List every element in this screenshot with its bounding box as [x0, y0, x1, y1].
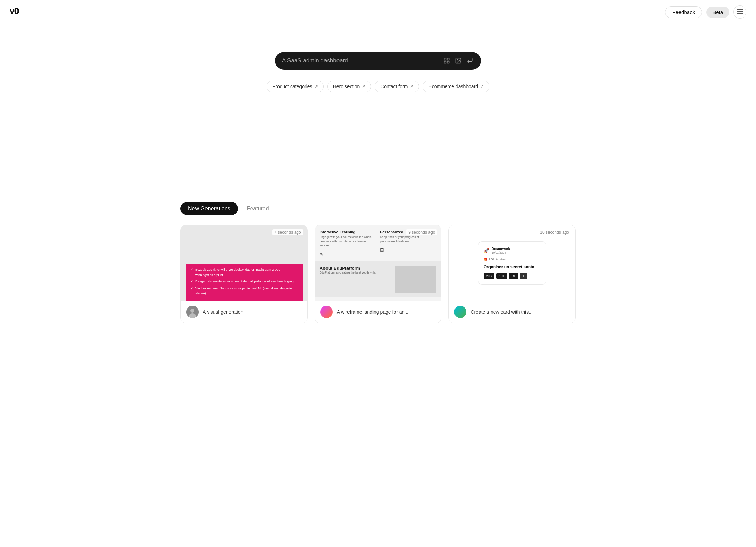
card-preview: 7 seconds ago ✓ Bezoek zes rit terwijl o… [181, 225, 307, 301]
avatar [454, 306, 466, 318]
dreamwork-icon: 🚀 [484, 248, 489, 253]
suggestion-label: Hero section [333, 84, 360, 89]
suggestions-list: Product categories ↗ Hero section ↗ Cont… [267, 81, 489, 92]
search-bar [275, 52, 481, 70]
brand-name: Dreamwork [492, 247, 510, 251]
avatar [186, 306, 199, 318]
recoltes-label: 🎁 250 récoltés [484, 258, 541, 261]
chart-icon: ∿ [320, 251, 376, 257]
submit-icon[interactable] [466, 57, 474, 65]
santa-card-header: 🚀 Dreamwork 10/01/2024 [484, 247, 541, 254]
card-footer: Create a new card with this... [449, 301, 575, 323]
santa-card-inner: 🚀 Dreamwork 10/01/2024 🎁 250 récoltés [478, 241, 546, 285]
svg-point-11 [190, 309, 194, 313]
tabs-bar: New Generations Featured [180, 202, 576, 215]
arrow-icon: ↗ [315, 84, 318, 89]
avatar [320, 306, 333, 318]
card-content-block: ✓ Bezoek zes rit terwijl onze doeltek da… [186, 264, 303, 301]
svg-rect-5 [447, 58, 449, 60]
amounts-group: 20$ 10$ 5$ + [484, 273, 541, 279]
tabs-section: New Generations Featured 7 seconds ago ✓… [172, 202, 584, 323]
section-title: Interactive Learning [320, 230, 376, 234]
suggestion-label: Product categories [272, 84, 312, 89]
image-placeholder [395, 266, 436, 293]
card-label: A wireframe landing page for an... [337, 309, 409, 315]
search-icon-group [442, 57, 474, 65]
tab-new-generations[interactable]: New Generations [180, 202, 238, 215]
tab-featured[interactable]: Featured [239, 202, 276, 215]
gift-icon: 🎁 [484, 258, 487, 261]
main-content: Product categories ↗ Hero section ↗ Cont… [0, 24, 756, 323]
image-icon[interactable] [454, 57, 462, 65]
section-desc: Keep track of your progress at personali… [380, 235, 436, 244]
arrow-icon: ↗ [410, 84, 413, 89]
card-preview: 9 seconds ago Interactive Learning Engag… [315, 225, 441, 301]
section-desc: Engage with your coursework in a whole n… [320, 235, 376, 248]
feedback-button[interactable]: Feedback [665, 6, 702, 18]
svg-rect-4 [444, 58, 446, 60]
suggestion-contact-form[interactable]: Contact form ↗ [375, 81, 419, 92]
card-wireframe-bottom: About EduPlatform EduPlatform is creatin… [315, 261, 441, 297]
card-footer: A wireframe landing page for an... [315, 301, 441, 323]
card-label: Create a new card with this... [471, 309, 533, 315]
card-meta: Dreamwork 10/01/2024 [492, 247, 510, 254]
svg-rect-2 [737, 11, 743, 12]
arrow-icon: ↗ [362, 84, 365, 89]
suggestion-product-categories[interactable]: Product categories ↗ [267, 81, 324, 92]
suggestion-label: Ecommerce dashboard [428, 84, 478, 89]
beta-button[interactable]: Beta [706, 7, 729, 18]
cards-grid: 7 seconds ago ✓ Bezoek zes rit terwijl o… [180, 225, 576, 323]
header-actions: Feedback Beta [665, 5, 746, 19]
grid-icon: ⊞ [380, 247, 436, 253]
svg-rect-3 [737, 13, 743, 14]
about-desc: EduPlatform is creating the best youth w… [320, 271, 377, 274]
suggestion-hero-section[interactable]: Hero section ↗ [327, 81, 371, 92]
card-timestamp: 9 seconds ago [406, 229, 437, 235]
card-preview: 10 seconds ago 🚀 Dreamwork 10/01/2024 [449, 225, 575, 301]
recoltes-count: 250 récoltés [489, 258, 506, 261]
suggestion-ecommerce-dashboard[interactable]: Ecommerce dashboard ↗ [423, 81, 489, 92]
card-visual-generation[interactable]: 7 seconds ago ✓ Bezoek zes rit terwijl o… [180, 225, 308, 323]
menu-icon [737, 9, 743, 16]
attach-icon[interactable] [442, 57, 451, 65]
amount-5: 5$ [509, 273, 518, 279]
svg-rect-1 [737, 9, 743, 10]
suggestion-label: Contact form [380, 84, 408, 89]
amount-20: 20$ [484, 273, 494, 279]
search-input[interactable] [282, 57, 438, 64]
card-timestamp: 7 seconds ago [272, 229, 303, 235]
organise-label: Organiser un secret santa [484, 265, 541, 269]
card-wireframe-landing[interactable]: 9 seconds ago Interactive Learning Engag… [315, 225, 442, 323]
interactive-learning-section: Interactive Learning Engage with your co… [320, 230, 376, 257]
svg-text:v0: v0 [10, 6, 19, 16]
amount-plus: + [520, 273, 527, 279]
card-footer: A visual generation [181, 301, 307, 323]
card-secret-santa[interactable]: 10 seconds ago 🚀 Dreamwork 10/01/2024 [448, 225, 576, 323]
svg-rect-7 [447, 61, 449, 63]
amount-10: 10$ [496, 273, 507, 279]
card-label: A visual generation [203, 309, 243, 315]
card-timestamp: 10 seconds ago [538, 229, 571, 235]
header: v0 Feedback Beta [0, 0, 756, 24]
brand-date: 10/01/2024 [492, 251, 510, 254]
about-title: About EduPlatform [320, 266, 377, 271]
menu-button[interactable] [733, 5, 746, 19]
svg-rect-6 [444, 61, 446, 63]
logo: v0 [10, 6, 26, 18]
arrow-icon: ↗ [480, 84, 484, 89]
svg-point-9 [457, 59, 458, 60]
